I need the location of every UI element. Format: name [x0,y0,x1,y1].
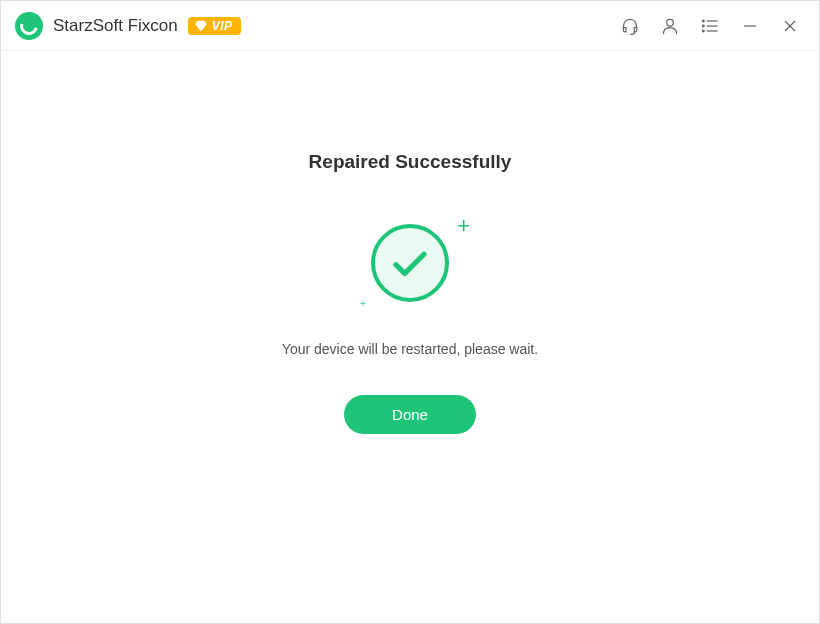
plus-decoration-icon: + [360,298,366,309]
titlebar-right [619,15,801,37]
main-content: Repaired Successfully + + Your device wi… [1,51,819,623]
minimize-icon [740,16,760,36]
diamond-icon [194,19,208,33]
account-button[interactable] [659,15,681,37]
svg-point-1 [703,20,705,22]
list-icon [700,16,720,36]
headset-icon [620,16,640,36]
close-button[interactable] [779,15,801,37]
menu-button[interactable] [699,15,721,37]
status-message: Your device will be restarted, please wa… [282,341,538,357]
checkmark-icon [389,242,431,284]
vip-badge[interactable]: VIP [188,17,241,35]
vip-label: VIP [212,19,233,33]
titlebar-left: StarzSoft Fixcon VIP [15,12,619,40]
status-heading: Repaired Successfully [309,151,512,173]
success-circle-icon [371,224,449,302]
support-button[interactable] [619,15,641,37]
plus-decoration-icon: + [457,215,470,237]
svg-point-5 [703,30,705,32]
app-logo-icon [15,12,43,40]
minimize-button[interactable] [739,15,761,37]
svg-point-0 [667,19,674,26]
svg-point-3 [703,25,705,27]
person-icon [660,16,680,36]
success-icon-wrapper: + + [340,213,480,313]
close-icon [780,16,800,36]
titlebar: StarzSoft Fixcon VIP [1,1,819,51]
app-window: StarzSoft Fixcon VIP [0,0,820,624]
done-button[interactable]: Done [344,395,476,434]
app-title: StarzSoft Fixcon [53,16,178,36]
